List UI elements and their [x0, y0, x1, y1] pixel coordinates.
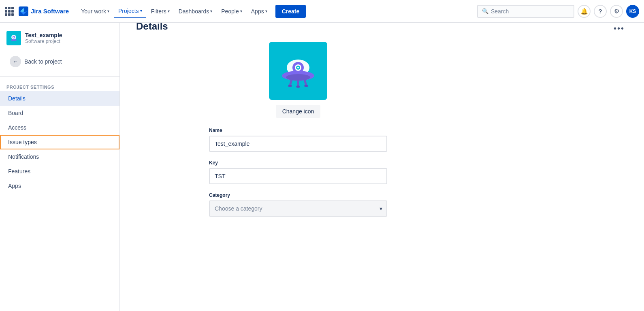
more-options-button[interactable]: ••• — [610, 21, 628, 36]
category-select-wrapper: Choose a category Software Business Serv… — [209, 200, 387, 217]
sidebar: Test_example Software project ← Back to … — [0, 23, 120, 288]
category-field-group: Category Choose a category Software Busi… — [209, 192, 387, 217]
key-field-group: Key — [209, 160, 387, 184]
svg-point-4 — [11, 39, 17, 41]
logo[interactable]: Jira Software — [19, 6, 69, 16]
search-icon: 🔍 — [482, 8, 488, 14]
settings-icon[interactable]: ⚙ — [610, 5, 623, 18]
change-icon-button[interactable]: Change icon — [276, 105, 321, 118]
nav-people[interactable]: People ▾ — [217, 5, 246, 18]
nav-apps[interactable]: Apps ▾ — [247, 5, 271, 18]
sidebar-item-issue-types[interactable]: Issue types — [0, 135, 119, 149]
notifications-icon[interactable]: 🔔 — [578, 5, 591, 18]
chevron-down-icon: ▾ — [210, 9, 212, 13]
sidebar-item-details[interactable]: Details — [0, 91, 119, 106]
help-icon[interactable]: ? — [594, 5, 607, 18]
project-avatar-icon — [9, 33, 19, 43]
nav-items: Your work ▾ Projects ▾ Filters ▾ Dashboa… — [77, 4, 306, 18]
create-button[interactable]: Create — [275, 5, 306, 18]
sidebar-item-access[interactable]: Access — [0, 120, 119, 135]
nav-your-work[interactable]: Your work ▾ — [77, 5, 113, 18]
chevron-down-icon: ▾ — [107, 9, 109, 13]
chevron-down-icon: ▾ — [240, 9, 242, 13]
sidebar-item-apps[interactable]: Apps — [0, 179, 119, 193]
category-select[interactable]: Choose a category Software Business Serv… — [209, 200, 387, 217]
svg-point-3 — [13, 37, 15, 38]
topnav-right: 🔍 Search 🔔 ? ⚙ KS — [477, 5, 639, 18]
name-input[interactable] — [209, 136, 387, 152]
key-input[interactable] — [209, 168, 387, 184]
chevron-down-icon: ▾ — [168, 9, 170, 13]
details-form: Change icon Name Key Category Choose a c… — [136, 42, 460, 217]
jira-logo-icon — [19, 6, 28, 16]
nav-dashboards[interactable]: Dashboards ▾ — [175, 5, 217, 18]
nav-filters[interactable]: Filters ▾ — [147, 5, 174, 18]
category-label: Category — [209, 192, 387, 198]
back-to-project[interactable]: ← Back to project — [3, 52, 116, 71]
logo-text: Jira Software — [31, 8, 69, 15]
project-avatar — [6, 31, 21, 45]
top-navigation: Jira Software Your work ▾ Projects ▾ Fil… — [0, 0, 644, 23]
project-icon-svg — [274, 47, 322, 95]
sidebar-project: Test_example Software project — [0, 31, 119, 52]
back-label: Back to project — [24, 58, 62, 65]
sidebar-item-features[interactable]: Features — [0, 164, 119, 179]
svg-point-16 — [288, 85, 292, 87]
nav-projects[interactable]: Projects ▾ — [114, 4, 146, 18]
svg-point-17 — [296, 85, 300, 88]
svg-point-18 — [304, 85, 308, 87]
search-box[interactable]: 🔍 Search — [477, 5, 574, 18]
chevron-down-icon: ▾ — [265, 9, 267, 13]
project-type: Software project — [25, 38, 62, 44]
project-info: Test_example Software project — [25, 32, 62, 44]
name-field-group: Name — [209, 128, 387, 152]
sidebar-section-title: Project settings — [0, 81, 119, 91]
main-content: Projects / Test_example / Project settin… — [120, 0, 644, 288]
name-label: Name — [209, 128, 387, 133]
project-icon-section: Change icon — [136, 42, 460, 118]
sidebar-item-board[interactable]: Board — [0, 106, 119, 120]
user-avatar[interactable]: KS — [626, 5, 639, 18]
search-placeholder: Search — [491, 8, 509, 15]
sidebar-item-notifications[interactable]: Notifications — [0, 149, 119, 164]
back-arrow-icon: ← — [10, 56, 21, 67]
project-name: Test_example — [25, 32, 62, 38]
key-label: Key — [209, 160, 387, 166]
chevron-down-icon: ▾ — [140, 9, 142, 13]
sidebar-divider — [0, 76, 119, 77]
svg-point-10 — [297, 67, 299, 68]
project-icon-image — [269, 42, 327, 100]
grid-menu-icon[interactable] — [5, 7, 14, 16]
